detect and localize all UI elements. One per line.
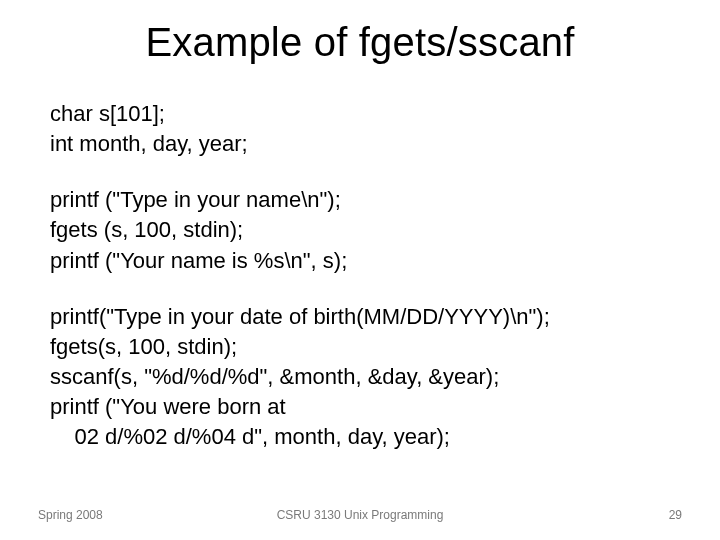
code-body: char s[101]; int month, day, year; print… — [50, 100, 670, 454]
code-line: fgets (s, 100, stdin); — [50, 216, 670, 244]
code-line: printf ("You were born at — [50, 393, 670, 421]
code-line: sscanf(s, "%d/%d/%d", &month, &day, &yea… — [50, 363, 670, 391]
code-line: int month, day, year; — [50, 130, 670, 158]
code-line: fgets(s, 100, stdin); — [50, 333, 670, 361]
blank-line — [50, 160, 670, 186]
slide: Example of fgets/sscanf char s[101]; int… — [0, 0, 720, 540]
code-line: printf ("Your name is %s\n", s); — [50, 247, 670, 275]
code-line: char s[101]; — [50, 100, 670, 128]
blank-line — [50, 277, 670, 303]
code-line: printf ("Type in your name\n"); — [50, 186, 670, 214]
code-line: 02 d/%02 d/%04 d", month, day, year); — [50, 423, 670, 451]
footer-course: CSRU 3130 Unix Programming — [38, 508, 682, 522]
code-line: printf("Type in your date of birth(MM/DD… — [50, 303, 670, 331]
slide-number: 29 — [669, 508, 682, 522]
slide-title: Example of fgets/sscanf — [0, 20, 720, 65]
